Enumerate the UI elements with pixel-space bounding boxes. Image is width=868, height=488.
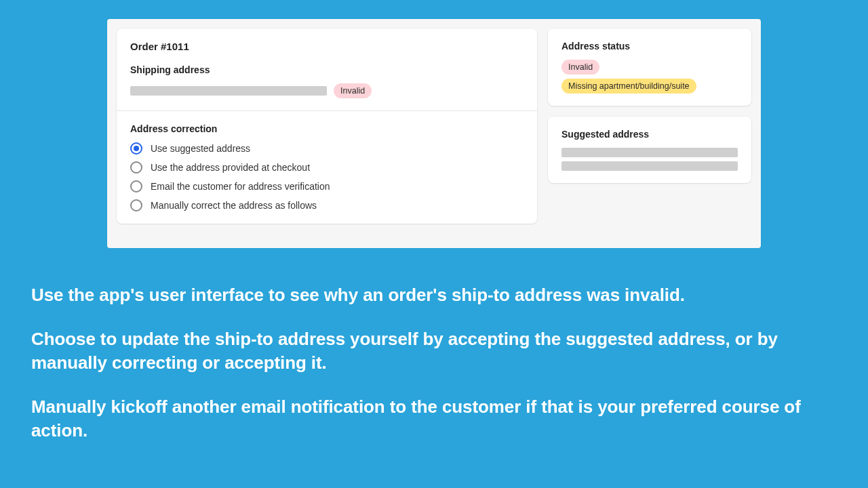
redacted-address-line [130, 86, 327, 96]
address-correction-section: Address correction Use suggested address… [117, 110, 537, 224]
correction-option-manual[interactable]: Manually correct the address as follows [130, 199, 524, 211]
status-badge-invalid: Invalid [561, 60, 599, 75]
shipping-invalid-badge: Invalid [334, 83, 372, 98]
copy-paragraph-3: Manually kickoff another email notificat… [31, 395, 837, 443]
radio-icon [130, 199, 142, 211]
order-title: Order #1011 [130, 41, 524, 52]
suggested-address-card: Suggested address [548, 117, 751, 183]
marketing-copy: Use the app's user interface to see why … [31, 283, 837, 443]
app-panel: Order #1011 Shipping address Invalid Add… [107, 19, 761, 248]
order-card: Order #1011 Shipping address Invalid Add… [117, 28, 537, 224]
main-column: Order #1011 Shipping address Invalid Add… [117, 28, 537, 239]
correction-option-checkout[interactable]: Use the address provided at checkout [130, 161, 524, 174]
radio-icon [130, 180, 142, 192]
address-status-heading: Address status [561, 41, 738, 52]
suggested-address-heading: Suggested address [561, 129, 738, 140]
shipping-address-heading: Shipping address [130, 64, 524, 75]
copy-paragraph-1: Use the app's user interface to see why … [31, 283, 837, 307]
side-column: Address status Invalid Missing apartment… [548, 28, 751, 239]
radio-icon [130, 161, 142, 174]
redacted-suggested-line-1 [561, 148, 738, 157]
order-header-section: Order #1011 Shipping address Invalid [117, 28, 537, 110]
correction-radio-group: Use suggested address Use the address pr… [130, 142, 524, 211]
radio-label: Manually correct the address as follows [151, 200, 317, 211]
suggested-address-lines [561, 148, 738, 171]
status-badge-missing-unit: Missing apartment/building/suite [561, 79, 696, 94]
radio-label: Email the customer for address verificat… [151, 181, 330, 192]
correction-option-suggested[interactable]: Use suggested address [130, 142, 524, 155]
radio-label: Use the address provided at checkout [151, 162, 310, 173]
radio-label: Use suggested address [151, 143, 250, 154]
status-badge-row: Invalid Missing apartment/building/suite [561, 60, 738, 94]
shipping-address-row: Invalid [130, 83, 524, 98]
address-correction-heading: Address correction [130, 123, 524, 134]
copy-paragraph-2: Choose to update the ship-to address you… [31, 327, 837, 375]
correction-option-email[interactable]: Email the customer for address verificat… [130, 180, 524, 192]
radio-icon [130, 142, 142, 155]
address-status-card: Address status Invalid Missing apartment… [548, 28, 751, 106]
redacted-suggested-line-2 [561, 161, 738, 171]
